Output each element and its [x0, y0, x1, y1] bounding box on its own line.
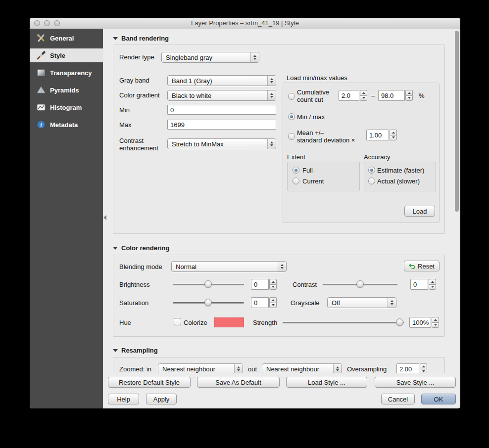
hue-color-swatch[interactable]: [214, 317, 244, 327]
sidebar-item-metadata[interactable]: i Metadata: [30, 118, 103, 132]
step-down-button[interactable]: [432, 322, 439, 328]
collapse-triangle-icon[interactable]: [113, 37, 118, 40]
cumulative-min-spinbox[interactable]: 2.0: [339, 90, 367, 101]
vertical-scrollbar[interactable]: [455, 31, 459, 212]
min-input[interactable]: [167, 105, 276, 115]
mean-stddev-radio[interactable]: [288, 133, 295, 140]
step-up-button[interactable]: [405, 90, 413, 95]
sidebar-item-pyramids[interactable]: Pyramids: [30, 83, 103, 97]
gray-band-select[interactable]: Band 1 (Gray): [167, 75, 276, 86]
percent-label: %: [419, 92, 425, 99]
stddev-spinbox[interactable]: 1.00: [366, 130, 397, 140]
slider-thumb[interactable]: [204, 299, 212, 306]
sidebar-item-label: Metadata: [50, 121, 78, 129]
minmax-radio-label: Min / max: [297, 113, 325, 121]
colorize-checkbox[interactable]: [174, 318, 181, 325]
saturation-slider[interactable]: [173, 297, 244, 308]
minmax-radio[interactable]: [288, 113, 295, 120]
cumulative-max-value[interactable]: 98.0: [378, 90, 405, 101]
ok-button[interactable]: OK: [421, 394, 456, 404]
save-as-default-button[interactable]: Save As Default: [197, 377, 280, 388]
step-down-button[interactable]: [429, 284, 436, 290]
stddev-value[interactable]: 1.00: [366, 130, 389, 140]
step-down-button[interactable]: [269, 284, 277, 290]
step-up-button[interactable]: [269, 279, 277, 284]
contrast-enhancement-select[interactable]: Stretch to MinMax: [167, 138, 276, 149]
zoomed-in-select[interactable]: Nearest neighbour: [158, 363, 243, 373]
sidebar-item-style[interactable]: Style: [30, 48, 103, 62]
step-up-button[interactable]: [390, 130, 397, 135]
color-rendering-header[interactable]: Color rendering: [113, 244, 170, 252]
cumulative-min-value[interactable]: 2.0: [339, 90, 359, 101]
brightness-slider[interactable]: [173, 279, 244, 290]
cumulative-count-radio[interactable]: [288, 93, 295, 100]
contrast-spinbox[interactable]: 0: [410, 279, 436, 290]
brightness-spinbox[interactable]: 0: [251, 279, 277, 290]
step-down-button[interactable]: [269, 303, 277, 309]
sidebar-collapse-handle[interactable]: [103, 215, 106, 220]
step-down-button[interactable]: [405, 95, 413, 101]
oversampling-spinbox[interactable]: 2.00: [396, 363, 427, 373]
max-input[interactable]: [167, 120, 276, 130]
sidebar-item-general[interactable]: General: [30, 31, 103, 45]
contrast-slider[interactable]: [323, 279, 397, 290]
sidebar-item-transparency[interactable]: Transparency: [30, 66, 103, 80]
extent-current-radio[interactable]: [293, 178, 299, 184]
step-up-button[interactable]: [432, 317, 439, 322]
triangle-down-icon: [270, 96, 273, 98]
reset-arrow-icon: [409, 264, 415, 269]
triangle-up-icon: [237, 366, 240, 368]
cumulative-label-line2: count cut: [297, 96, 323, 103]
saturation-value[interactable]: 0: [251, 297, 269, 308]
accuracy-estimate-radio[interactable]: [368, 167, 375, 174]
brightness-value[interactable]: 0: [251, 279, 269, 290]
triangle-down-icon: [408, 97, 411, 99]
saturation-label: Saturation: [119, 299, 148, 307]
slider-thumb[interactable]: [396, 318, 403, 326]
step-down-button[interactable]: [390, 135, 397, 141]
color-gradient-select[interactable]: Black to white: [167, 90, 276, 101]
load-style-button[interactable]: Load Style ...: [286, 377, 367, 388]
save-style-button[interactable]: Save Style ...: [375, 377, 456, 388]
step-up-button[interactable]: [429, 279, 436, 284]
title-bar[interactable]: Layer Properties – srtm_41_19 | Style: [30, 18, 460, 29]
step-down-button[interactable]: [420, 369, 427, 374]
extent-title: Extent: [287, 153, 305, 161]
max-label: Max: [119, 121, 132, 129]
band-rendering-header[interactable]: Band rendering: [113, 35, 169, 42]
cancel-button[interactable]: Cancel: [381, 394, 415, 404]
strength-slider[interactable]: [283, 317, 404, 328]
resampling-header[interactable]: Resampling: [113, 347, 158, 354]
cumulative-max-spinbox[interactable]: 98.0: [378, 90, 413, 101]
zoom-window-icon[interactable]: [54, 20, 60, 26]
triangle-down-icon: [270, 81, 273, 83]
minimize-window-icon[interactable]: [44, 20, 50, 26]
slider-thumb[interactable]: [356, 280, 364, 288]
step-up-button[interactable]: [360, 90, 367, 95]
contrast-value[interactable]: 0: [410, 279, 428, 290]
help-button[interactable]: Help: [108, 394, 139, 404]
step-down-button[interactable]: [360, 95, 367, 101]
close-window-icon[interactable]: [34, 20, 40, 26]
oversampling-value[interactable]: 2.00: [396, 363, 419, 373]
strength-spinbox[interactable]: 100%: [409, 317, 439, 328]
step-up-button[interactable]: [269, 297, 277, 303]
zoomed-out-select[interactable]: Nearest neighbour: [262, 363, 342, 373]
load-button[interactable]: Load: [404, 206, 435, 217]
reset-button[interactable]: Reset: [404, 261, 440, 271]
restore-default-style-button[interactable]: Restore Default Style: [108, 377, 191, 388]
collapse-triangle-icon[interactable]: [113, 349, 118, 352]
accuracy-actual-radio[interactable]: [368, 178, 375, 184]
blending-mode-select[interactable]: Normal: [171, 261, 287, 272]
saturation-spinbox[interactable]: 0: [251, 297, 277, 308]
slider-thumb[interactable]: [204, 280, 212, 288]
collapse-triangle-icon[interactable]: [113, 247, 118, 250]
strength-value[interactable]: 100%: [409, 317, 431, 328]
step-up-button[interactable]: [420, 363, 427, 369]
apply-button[interactable]: Apply: [146, 394, 177, 404]
render-type-select[interactable]: Singleband gray: [161, 52, 259, 63]
stepper: [269, 297, 277, 308]
sidebar-item-histogram[interactable]: Histogram: [30, 100, 103, 114]
extent-full-radio[interactable]: [293, 167, 299, 174]
grayscale-select[interactable]: Off: [327, 297, 396, 308]
